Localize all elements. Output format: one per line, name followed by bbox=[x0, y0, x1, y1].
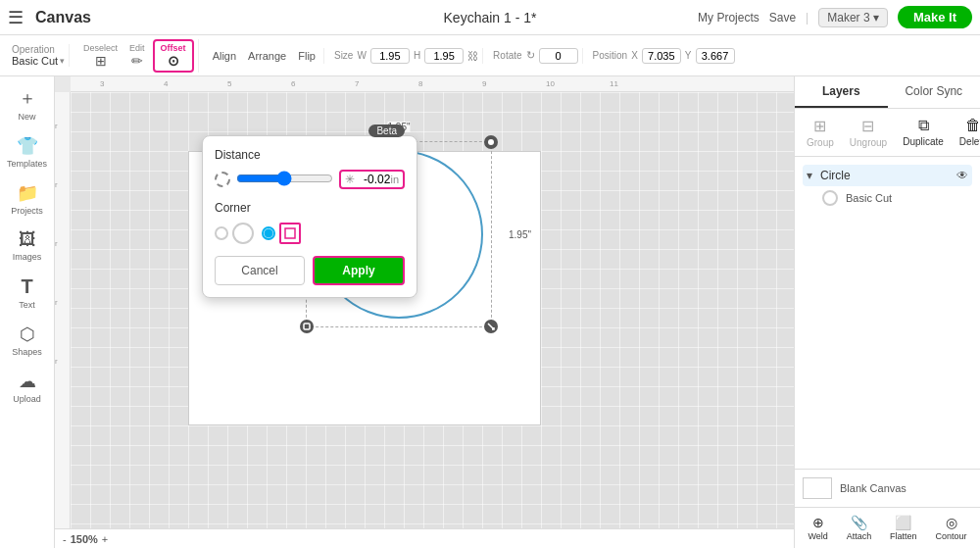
panel-toolbar: ⊞ Group ⊟ Ungroup ⧉ Duplicate 🗑 Delete bbox=[795, 109, 980, 157]
layer-circle[interactable]: ▾ Circle 👁 bbox=[803, 165, 972, 186]
width-input[interactable] bbox=[370, 48, 410, 64]
layers-content: ▾ Circle 👁 Basic Cut bbox=[795, 157, 980, 469]
x-label: X bbox=[631, 50, 638, 61]
size-label: Size bbox=[334, 50, 353, 61]
sidebar-item-images[interactable]: 🖼 Images bbox=[3, 224, 52, 268]
width-label: W bbox=[357, 50, 366, 61]
offset-btn[interactable]: Offset ⊙ bbox=[153, 39, 194, 73]
new-icon: ＋ bbox=[19, 86, 36, 110]
distance-input-wrap: ✳ in bbox=[339, 170, 405, 189]
ungroup-icon: ⊟ bbox=[861, 117, 874, 135]
distance-title: Distance bbox=[215, 148, 405, 162]
delete-btn[interactable]: 🗑 Delete bbox=[952, 113, 980, 152]
corner-title: Corner bbox=[215, 201, 405, 215]
text-icon: T bbox=[21, 275, 32, 298]
distance-input[interactable] bbox=[355, 173, 390, 186]
distance-unit: in bbox=[390, 174, 399, 185]
upload-icon: ☁ bbox=[19, 371, 36, 392]
distance-sun-icon: ✳ bbox=[345, 173, 355, 186]
zoom-value: 150% bbox=[71, 533, 98, 545]
sidebar-item-projects[interactable]: 📁 Projects bbox=[3, 176, 52, 222]
layer-name: Circle bbox=[820, 169, 949, 182]
duplicate-btn[interactable]: ⧉ Duplicate bbox=[895, 113, 952, 152]
zoom-in-icon[interactable]: + bbox=[102, 533, 108, 545]
x-input[interactable] bbox=[642, 48, 681, 64]
zoom-control[interactable]: - 150% + bbox=[63, 533, 108, 545]
attach-icon: 📎 bbox=[851, 515, 867, 530]
weld-btn[interactable]: ⊕ Weld bbox=[805, 512, 830, 544]
corner-row bbox=[215, 223, 405, 244]
sidebar-item-upload[interactable]: ☁ Upload bbox=[3, 365, 52, 410]
right-panel: Layers Color Sync ⊞ Group ⊟ Ungroup ⧉ Du… bbox=[794, 76, 980, 548]
zoom-out-icon[interactable]: - bbox=[63, 533, 67, 545]
canvas-content[interactable]: 1.95" 1.95" bbox=[71, 92, 794, 528]
canvas-area[interactable]: 3 4 5 6 7 8 9 10 11 r r r r r 1.95" 1.95… bbox=[55, 76, 794, 548]
height-input[interactable] bbox=[424, 48, 464, 64]
app-title: Canvas bbox=[35, 9, 91, 26]
corner-round-icon bbox=[232, 223, 254, 244]
sidebar-item-shapes[interactable]: ⬡ Shapes bbox=[3, 318, 52, 363]
menu-icon[interactable]: ☰ bbox=[8, 7, 24, 28]
blank-canvas-preview bbox=[803, 477, 832, 499]
flatten-icon: ⬜ bbox=[895, 515, 911, 530]
group-btn[interactable]: ⊞ Group bbox=[799, 113, 842, 152]
distance-slider[interactable] bbox=[236, 171, 333, 186]
apply-button[interactable]: Apply bbox=[313, 256, 405, 285]
sidebar-item-new[interactable]: ＋ New bbox=[3, 80, 52, 127]
ruler-top: 3 4 5 6 7 8 9 10 11 bbox=[71, 76, 794, 92]
panel-bottom: Blank Canvas bbox=[795, 469, 980, 507]
left-sidebar: ＋ New 👕 Templates 📁 Projects 🖼 Images T … bbox=[0, 76, 55, 548]
action-group: Deselect ⊞ Edit ✏ Offset ⊙ bbox=[75, 39, 199, 73]
corner-round-radio[interactable] bbox=[215, 226, 228, 240]
slider-container[interactable] bbox=[236, 171, 333, 189]
topbar: ☰ Canvas Keychain 1 - 1* My Projects Sav… bbox=[0, 0, 980, 35]
cancel-button[interactable]: Cancel bbox=[215, 256, 305, 285]
duplicate-icon: ⧉ bbox=[918, 117, 929, 134]
flatten-btn[interactable]: ⬜ Flatten bbox=[887, 512, 920, 544]
position-label: Position bbox=[593, 50, 628, 61]
align-arrange-group: Align Arrange Flip bbox=[205, 48, 324, 64]
tab-color-sync[interactable]: Color Sync bbox=[888, 76, 981, 108]
sidebar-item-templates[interactable]: 👕 Templates bbox=[3, 129, 52, 174]
save-btn[interactable]: Save bbox=[769, 11, 796, 25]
distance-row: ✳ in bbox=[215, 170, 405, 189]
offset-dialog: Beta Distance ✳ in Corner bbox=[202, 135, 417, 298]
my-projects-btn[interactable]: My Projects bbox=[698, 11, 760, 25]
delete-icon: 🗑 bbox=[965, 117, 980, 134]
panel-tabs: Layers Color Sync bbox=[795, 76, 980, 109]
make-it-btn[interactable]: Make It bbox=[898, 6, 972, 28]
y-input[interactable] bbox=[696, 48, 735, 64]
rotate-label: Rotate bbox=[493, 50, 521, 61]
status-bar: - 150% + bbox=[55, 528, 794, 548]
ungroup-btn[interactable]: ⊟ Ungroup bbox=[842, 113, 895, 152]
rotate-input[interactable] bbox=[539, 48, 578, 64]
height-dimension: 1.95" bbox=[509, 229, 531, 240]
edit-btn[interactable]: Edit ✏ bbox=[125, 41, 149, 71]
operation-value: Basic Cut bbox=[12, 55, 58, 67]
size-group: Size W H ⛓ bbox=[330, 48, 483, 64]
doc-title: Keychain 1 - 1* bbox=[444, 10, 537, 25]
flip-btn[interactable]: Flip bbox=[294, 48, 319, 64]
dialog-actions: Cancel Apply bbox=[215, 256, 405, 285]
main-layout: ＋ New 👕 Templates 📁 Projects 🖼 Images T … bbox=[0, 76, 980, 548]
sub-layer-basic-cut[interactable]: Basic Cut bbox=[803, 186, 972, 210]
corner-sharp-option[interactable] bbox=[262, 223, 301, 244]
projects-icon: 📁 bbox=[17, 182, 38, 204]
sidebar-item-text[interactable]: T Text bbox=[3, 270, 52, 316]
layer-eye-icon[interactable]: 👁 bbox=[956, 169, 968, 182]
bottom-tools: ⊕ Weld 📎 Attach ⬜ Flatten ◎ Contour bbox=[795, 507, 980, 548]
align-btn[interactable]: Align bbox=[209, 48, 240, 64]
weld-icon: ⊕ bbox=[812, 515, 824, 530]
arrange-btn[interactable]: Arrange bbox=[244, 48, 290, 64]
tab-layers[interactable]: Layers bbox=[795, 76, 888, 108]
corner-round-option[interactable] bbox=[215, 223, 254, 244]
attach-btn[interactable]: 📎 Attach bbox=[844, 512, 875, 544]
contour-icon: ◎ bbox=[946, 515, 957, 530]
images-icon: 🖼 bbox=[19, 229, 36, 250]
maker-btn[interactable]: Maker 3 ▾ bbox=[818, 8, 888, 27]
contour-btn[interactable]: ◎ Contour bbox=[932, 512, 969, 544]
ruler-left: r r r r r bbox=[55, 92, 71, 528]
corner-sharp-radio[interactable] bbox=[262, 226, 275, 240]
deselect-btn[interactable]: Deselect ⊞ bbox=[79, 41, 122, 71]
sub-layer-name: Basic Cut bbox=[846, 192, 892, 204]
